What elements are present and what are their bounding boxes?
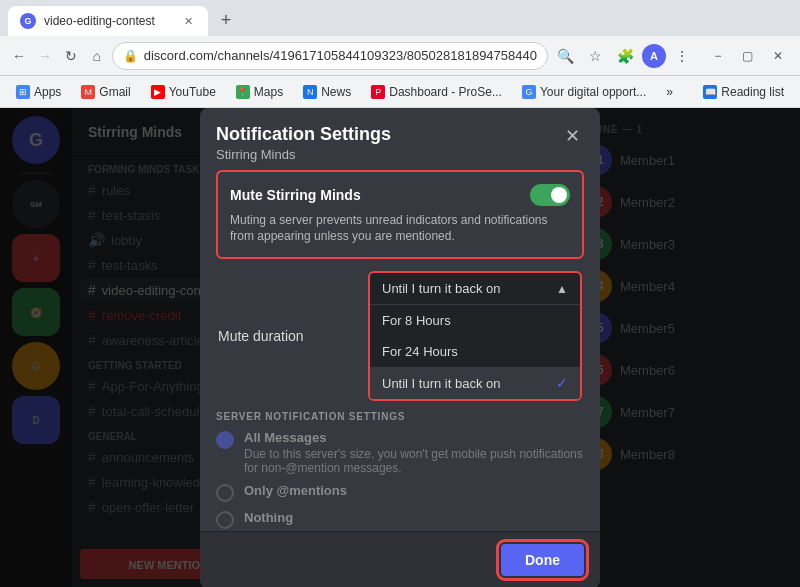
gmail-label: Gmail (99, 85, 130, 99)
mute-duration-label: Mute duration (218, 328, 304, 344)
modal-subtitle: Stirring Minds (216, 147, 391, 162)
checkmark-icon: ✓ (556, 375, 568, 391)
pinterest-favicon: P (371, 85, 385, 99)
gmail-favicon: M (81, 85, 95, 99)
dropdown-item-8hours[interactable]: For 8 Hours (370, 305, 580, 336)
home-button[interactable]: ⌂ (86, 42, 108, 70)
modal-overlay: Notification Settings Stirring Minds ✕ M… (0, 108, 800, 587)
back-button[interactable]: ← (8, 42, 30, 70)
done-button[interactable]: Done (501, 544, 584, 576)
maps-label: Maps (254, 85, 283, 99)
main-content: G SM + 🧭 G D Stirring Minds FORMING MIND… (0, 108, 800, 587)
mute-toggle[interactable] (530, 184, 570, 206)
news-favicon: N (303, 85, 317, 99)
profile-button[interactable]: A (642, 44, 666, 68)
dropdown-selected-value: Until I turn it back on (382, 281, 501, 296)
radio-nothing[interactable]: Nothing (216, 510, 584, 529)
bookmark-more[interactable]: » (658, 82, 681, 102)
bookmarks-bar: ⊞ Apps M Gmail ▶ YouTube 📍 Maps N News P… (0, 76, 800, 108)
modal-body: Mute Stirring Minds Muting a server prev… (200, 170, 600, 531)
bookmark-news[interactable]: N News (295, 82, 359, 102)
search-icon-btn[interactable]: 🔍 (552, 42, 580, 70)
close-window-button[interactable]: ✕ (764, 42, 792, 70)
bookmark-youtube[interactable]: ▶ YouTube (143, 82, 224, 102)
star-icon-btn[interactable]: ☆ (582, 42, 610, 70)
mute-duration-section: Mute duration Until I turn it back on ▲ … (216, 271, 584, 401)
address-bar[interactable]: 🔒 discord.com/channels/41961710584410932… (112, 42, 548, 70)
lock-icon: 🔒 (123, 49, 138, 63)
mute-description: Muting a server prevents unread indicato… (230, 212, 570, 246)
bookmark-google[interactable]: G Your digital opport... (514, 82, 654, 102)
dropdown-menu: For 8 Hours For 24 Hours Until I turn it… (370, 304, 580, 399)
tab-favicon: G (20, 13, 36, 29)
maximize-button[interactable]: ▢ (734, 42, 762, 70)
radio-label-nothing: Nothing (244, 510, 293, 525)
maps-favicon: 📍 (236, 85, 250, 99)
mute-section: Mute Stirring Minds Muting a server prev… (216, 170, 584, 260)
more-label: » (666, 85, 673, 99)
pinterest-label: Dashboard - ProSe... (389, 85, 502, 99)
modal-title-section: Notification Settings Stirring Minds (216, 124, 391, 162)
address-text: discord.com/channels/419617105844109323/… (144, 48, 537, 63)
bookmark-reading[interactable]: 📖 Reading list (695, 82, 792, 102)
reading-favicon: 📖 (703, 85, 717, 99)
radio-only-mentions[interactable]: Only @mentions (216, 483, 584, 502)
mute-label: Mute Stirring Minds (230, 187, 361, 203)
radio-circle-mentions (216, 484, 234, 502)
minimize-button[interactable]: − (704, 42, 732, 70)
radio-circle-all (216, 431, 234, 449)
radio-all-messages[interactable]: All Messages Due to this server's size, … (216, 430, 584, 475)
reading-label: Reading list (721, 85, 784, 99)
google-label: Your digital opport... (540, 85, 646, 99)
modal-footer: Done (200, 531, 600, 588)
new-tab-button[interactable]: + (212, 6, 240, 34)
nav-bar: ← → ↻ ⌂ 🔒 discord.com/channels/419617105… (0, 36, 800, 76)
dropdown-trigger[interactable]: Until I turn it back on ▲ (370, 273, 580, 304)
modal-title: Notification Settings (216, 124, 391, 145)
dropdown-item-24hours[interactable]: For 24 Hours (370, 336, 580, 367)
tab-close-btn[interactable]: ✕ (180, 13, 196, 29)
toggle-knob (551, 187, 567, 203)
nav-icons: 🔍 ☆ 🧩 A ⋮ (552, 42, 696, 70)
tab-title: video-editing-contest (44, 14, 172, 28)
active-tab[interactable]: G video-editing-contest ✕ (8, 6, 208, 36)
mute-row: Mute Stirring Minds (230, 184, 570, 206)
bookmark-apps[interactable]: ⊞ Apps (8, 82, 69, 102)
modal-close-button[interactable]: ✕ (560, 124, 584, 148)
chevron-up-icon: ▲ (556, 282, 568, 296)
notification-settings-modal: Notification Settings Stirring Minds ✕ M… (200, 108, 600, 587)
extension-icon-btn[interactable]: 🧩 (612, 42, 640, 70)
bookmark-maps[interactable]: 📍 Maps (228, 82, 291, 102)
radio-circle-nothing (216, 511, 234, 529)
google-favicon: G (522, 85, 536, 99)
window-controls: − ▢ ✕ (704, 42, 792, 70)
radio-label-mentions: Only @mentions (244, 483, 347, 498)
radio-label-all: All Messages Due to this server's size, … (244, 430, 584, 475)
dropdown-item-until-back[interactable]: Until I turn it back on ✓ (370, 367, 580, 399)
mute-duration-dropdown[interactable]: Until I turn it back on ▲ For 8 Hours Fo… (368, 271, 582, 401)
youtube-favicon: ▶ (151, 85, 165, 99)
menu-button[interactable]: ⋮ (668, 42, 696, 70)
server-notification-label: SERVER NOTIFICATION SETTINGS (216, 411, 584, 422)
apps-label: Apps (34, 85, 61, 99)
chrome-frame: G video-editing-contest ✕ + ← → ↻ ⌂ 🔒 di… (0, 0, 800, 587)
bookmark-pinterest[interactable]: P Dashboard - ProSe... (363, 82, 510, 102)
modal-header: Notification Settings Stirring Minds ✕ (200, 108, 600, 170)
news-label: News (321, 85, 351, 99)
youtube-label: YouTube (169, 85, 216, 99)
forward-button[interactable]: → (34, 42, 56, 70)
refresh-button[interactable]: ↻ (60, 42, 82, 70)
apps-favicon: ⊞ (16, 85, 30, 99)
bookmark-gmail[interactable]: M Gmail (73, 82, 138, 102)
tab-bar: G video-editing-contest ✕ + (0, 0, 800, 36)
